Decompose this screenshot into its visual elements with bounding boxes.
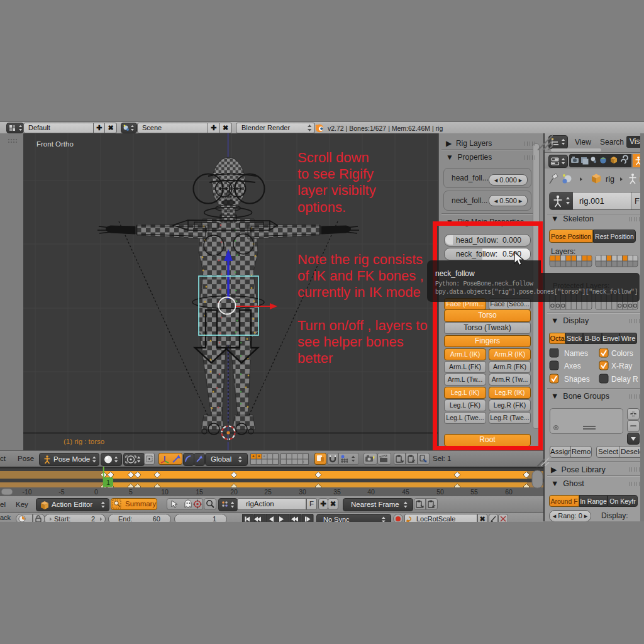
svg-text:0: 0 [94,488,98,496]
svg-text:45: 45 [402,488,409,496]
svg-text:-5: -5 [58,488,64,496]
svg-text:10: 10 [161,488,169,496]
svg-text:60: 60 [505,488,513,496]
svg-text:25: 25 [264,488,272,496]
svg-text:15: 15 [196,488,203,496]
svg-text:30: 30 [299,488,306,496]
svg-text:55: 55 [470,488,478,496]
svg-text:-10: -10 [22,488,31,496]
svg-text:50: 50 [436,488,444,496]
svg-text:5: 5 [129,488,133,496]
svg-text:20: 20 [230,488,238,496]
svg-text:40: 40 [367,488,375,496]
svg-text:35: 35 [333,488,341,496]
svg-text:1: 1 [106,479,110,486]
